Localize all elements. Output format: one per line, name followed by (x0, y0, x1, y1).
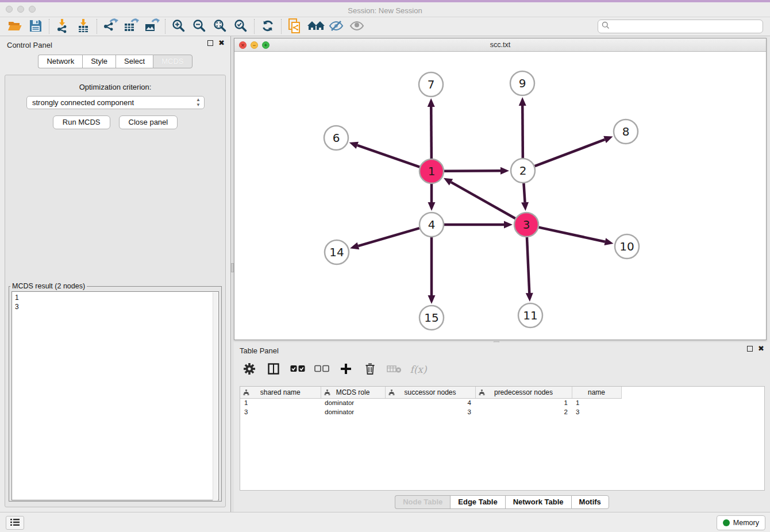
search-input[interactable] (612, 22, 759, 30)
toolbar-separator (281, 19, 282, 34)
network-minimize-icon[interactable]: − (251, 41, 258, 49)
zoom-out-button[interactable] (189, 18, 210, 35)
column-header-predecessor-nodes[interactable]: predecessor nodes (475, 387, 572, 398)
graph-edge-2-3[interactable] (523, 183, 525, 202)
table-cell[interactable]: 4 (385, 398, 475, 407)
graph-node-label: 9 (519, 76, 526, 90)
delete-column-button[interactable] (363, 362, 378, 377)
save-session-button[interactable] (25, 18, 46, 35)
network-maximize-icon[interactable]: + (262, 41, 270, 49)
graph-edge-arrow (428, 202, 436, 211)
close-table-panel-icon[interactable]: ✖ (758, 346, 764, 352)
mcds-result-group: MCDS result (2 nodes) 13 (9, 282, 222, 502)
float-table-panel-icon[interactable] (747, 346, 753, 352)
mcds-result-line: 3 (15, 302, 215, 311)
session-title: Session: New Session (0, 5, 770, 17)
search-box[interactable] (598, 20, 763, 33)
column-header-name[interactable]: name (572, 387, 621, 398)
optimization-criterion-label: Optimization criterion: (5, 83, 225, 91)
graph-edge-arrow (504, 221, 513, 229)
plus-icon (340, 363, 352, 376)
select-all-rows-button[interactable] (290, 362, 305, 377)
graph-edge-3-10[interactable] (538, 228, 605, 242)
table-cell[interactable]: 2 (475, 407, 572, 417)
graph-edge-1-2[interactable] (444, 171, 500, 171)
scrollbar-track[interactable] (213, 292, 218, 500)
tab-style[interactable]: Style (82, 55, 116, 68)
table-header-row: shared name MCDS role successor nodes pr… (240, 387, 621, 398)
table-cell[interactable]: 1 (572, 398, 621, 407)
clone-network-icon (287, 18, 302, 36)
graph-edge-4-14[interactable] (358, 228, 419, 246)
table-cell[interactable]: 3 (572, 407, 621, 417)
gear-icon (243, 363, 256, 377)
float-panel-icon[interactable] (207, 40, 213, 46)
criterion-value: strongly connected component (32, 98, 134, 107)
network-close-icon[interactable]: ✕ (239, 41, 247, 49)
deselect-all-rows-button[interactable] (314, 362, 329, 377)
export-table-button[interactable] (121, 18, 141, 35)
import-table-button[interactable] (73, 18, 94, 35)
apply-layout-button[interactable] (257, 18, 278, 35)
zoom-selected-button[interactable] (230, 18, 251, 35)
table-row[interactable]: 3dominator323 (240, 407, 621, 417)
export-image-button[interactable] (141, 18, 162, 35)
delete-table-button[interactable] (387, 362, 402, 377)
run-mcds-button[interactable]: Run MCDS (53, 115, 110, 129)
table-cell[interactable]: 3 (385, 407, 475, 417)
graph-edge-2-9[interactable] (522, 106, 523, 158)
column-header-successor-nodes[interactable]: successor nodes (385, 387, 475, 398)
hierarchy-icon (479, 390, 485, 398)
graph-edge-2-8[interactable] (535, 140, 605, 166)
table-cell[interactable]: 1 (475, 398, 572, 407)
task-history-button[interactable] (6, 516, 24, 530)
graph-edge-1-6[interactable] (357, 145, 419, 167)
graph-node-label: 4 (428, 218, 436, 232)
column-header-shared-name[interactable]: shared name (240, 387, 321, 398)
graph-edge-1-7[interactable] (431, 107, 432, 159)
graph-edge-3-1[interactable] (451, 182, 515, 218)
table-settings-button[interactable] (242, 362, 257, 377)
show-hidden-button[interactable] (346, 18, 367, 35)
tab-network[interactable]: Network (38, 55, 82, 68)
open-session-button[interactable] (5, 18, 25, 35)
table-panel-header: Table Panel ✖ (234, 342, 770, 357)
zoom-in-button[interactable] (168, 18, 189, 35)
clone-network-button[interactable] (284, 18, 305, 35)
column-layout-button[interactable] (266, 362, 281, 377)
close-panel-icon[interactable]: ✖ (218, 40, 225, 46)
criterion-select[interactable]: strongly connected component ▲▼ (26, 96, 205, 109)
toolbar-separator (49, 19, 49, 34)
column-header-mcds-role[interactable]: MCDS role (321, 387, 385, 398)
table-cell[interactable]: 3 (240, 407, 321, 417)
table-cell[interactable]: dominator (321, 407, 385, 417)
table-cell[interactable]: dominator (321, 398, 385, 407)
import-network-button[interactable] (52, 18, 73, 35)
graph-node-label: 1 (428, 164, 436, 178)
graph-edge-3-11[interactable] (527, 237, 529, 293)
function-builder-button[interactable]: f(x) (411, 362, 426, 377)
tab-motifs[interactable]: Motifs (571, 495, 609, 509)
show-all-network-button[interactable] (305, 18, 326, 35)
network-canvas[interactable]: 1234678910111415 (234, 52, 766, 340)
network-window-titlebar[interactable]: ✕ − + scc.txt (234, 38, 766, 52)
tab-network-table[interactable]: Network Table (505, 495, 571, 509)
hide-selected-button[interactable] (326, 18, 346, 35)
main-area: Control Panel ✖ Network Style Select MCD… (0, 36, 770, 512)
table-cell[interactable]: 1 (240, 398, 321, 407)
table-toolbar: f(x) (234, 357, 770, 381)
tab-select[interactable]: Select (116, 55, 153, 68)
zoom-fit-button[interactable] (210, 18, 230, 35)
table-row[interactable]: 1dominator411 (240, 398, 621, 407)
tab-mcds[interactable]: MCDS (153, 55, 192, 68)
tab-edge-table[interactable]: Edge Table (450, 495, 505, 509)
graph-node-label: 6 (333, 131, 340, 145)
export-network-button[interactable] (100, 18, 121, 35)
open-folder-icon (7, 19, 22, 34)
add-column-button[interactable] (338, 362, 353, 377)
tab-node-table[interactable]: Node Table (395, 495, 450, 509)
mcds-result-text[interactable]: 13 (11, 291, 219, 500)
close-panel-button[interactable]: Close panel (119, 115, 178, 129)
memory-button[interactable]: Memory (717, 515, 765, 530)
export-network-icon (102, 18, 118, 35)
